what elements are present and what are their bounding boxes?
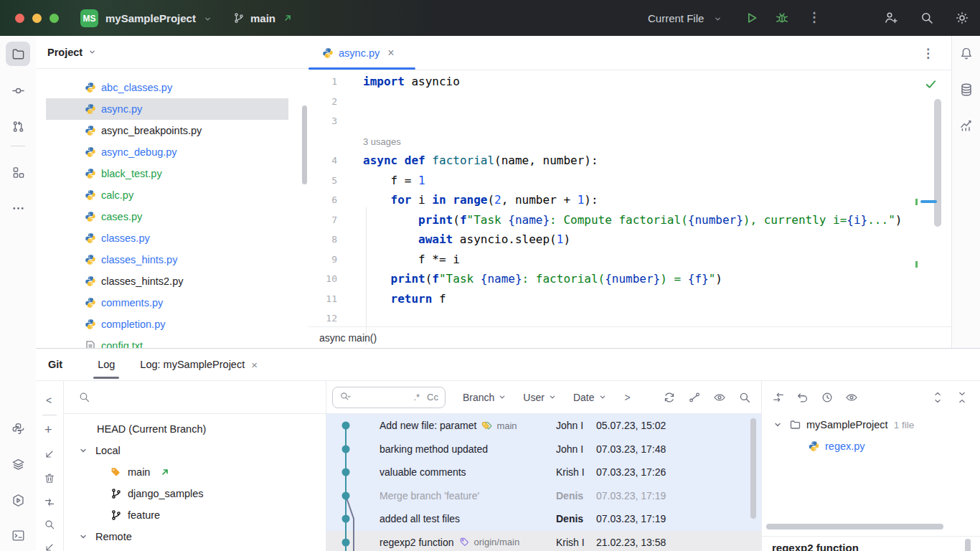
python-file-icon: [85, 319, 96, 330]
project-file-row[interactable]: async_debug.py: [36, 141, 308, 163]
chevron-down-icon[interactable]: [79, 533, 88, 540]
branch-row[interactable]: main: [63, 461, 326, 483]
commit-row[interactable]: barking method updated John I 07.03.23, …: [326, 438, 761, 461]
commit-row[interactable]: Add new file: paramet main John I 05.07.…: [326, 414, 761, 438]
inspections-ok-icon[interactable]: [924, 77, 938, 91]
collapse-all-icon[interactable]: [956, 391, 969, 404]
profiler-tool-button[interactable]: [959, 118, 974, 133]
project-file-tree[interactable]: abc_classes.py async.py async_breakpoint…: [36, 77, 308, 348]
user-filter[interactable]: User: [523, 392, 556, 403]
commit-row[interactable]: added all test files Denis 07.03.23, 17:…: [326, 507, 761, 531]
checkout-icon[interactable]: [44, 448, 55, 460]
project-name-widget[interactable]: mySampleProject: [105, 12, 196, 24]
project-file-row[interactable]: classes_hints.py: [36, 249, 308, 270]
branch-row[interactable]: HEAD (Current Branch): [63, 418, 326, 440]
graph-options-icon[interactable]: [688, 391, 701, 404]
project-scrollbar[interactable]: [302, 105, 307, 184]
collapse-panel-button[interactable]: <: [46, 395, 52, 406]
structure-tool-button[interactable]: [11, 166, 25, 179]
window-close-button[interactable]: [15, 14, 24, 23]
chevron-down-icon: [714, 16, 722, 22]
commit-row[interactable]: regexp2 function origin/main Krish I 21.…: [326, 531, 761, 551]
search-icon[interactable]: [44, 519, 55, 530]
editor-tab-async-py[interactable]: async.py ×: [308, 36, 405, 70]
window-zoom-button[interactable]: [50, 14, 59, 23]
compare-branches-icon[interactable]: [44, 496, 55, 508]
scroll-position-marker: [920, 200, 937, 203]
branch-row[interactable]: Remote: [63, 526, 326, 547]
log-search-field[interactable]: .* Cc: [332, 387, 446, 408]
search-everywhere-button[interactable]: [920, 11, 934, 25]
changed-file-row[interactable]: regex.py: [762, 435, 980, 457]
project-tool-button[interactable]: [6, 42, 30, 66]
commit-row[interactable]: Merge branch 'feature' Denis 07.03.23, 1…: [326, 484, 761, 508]
project-file-row[interactable]: cases.py: [36, 206, 308, 227]
branch-row[interactable]: feature: [63, 504, 326, 526]
commit-row[interactable]: valuable comments Krish I 07.03.23, 17:2…: [326, 461, 761, 484]
debug-button[interactable]: [775, 11, 789, 25]
code-with-me-button[interactable]: [884, 11, 898, 25]
history-icon[interactable]: [821, 391, 834, 404]
terminal-tool-button[interactable]: [11, 529, 25, 542]
expand-all-icon[interactable]: [931, 391, 944, 404]
branch-search-field[interactable]: [63, 381, 326, 414]
chevron-down-icon[interactable]: [79, 447, 88, 454]
details-vertical-scrollbar[interactable]: [965, 539, 971, 551]
project-panel-header[interactable]: Project: [36, 36, 308, 69]
project-file-row[interactable]: comments.py: [36, 292, 308, 314]
project-file-row[interactable]: completion.py: [36, 314, 308, 335]
commit-tool-button[interactable]: [11, 84, 25, 98]
refresh-icon[interactable]: [663, 391, 676, 404]
commit-list[interactable]: Add new file: paramet main John I 05.07.…: [326, 414, 761, 551]
more-filters-button[interactable]: >: [625, 392, 631, 403]
changed-files-root-row[interactable]: mySampleProject 1 file: [762, 414, 980, 435]
project-file-row[interactable]: async.py: [36, 98, 308, 120]
project-file-row[interactable]: abc_classes.py: [36, 77, 308, 98]
run-button[interactable]: [745, 11, 759, 25]
code-line: 1 import asyncio: [308, 72, 925, 92]
more-actions-button[interactable]: ⋮: [808, 9, 818, 25]
project-file-row[interactable]: config.txt: [36, 335, 308, 348]
services-tool-button[interactable]: [11, 494, 25, 507]
git-tab-log[interactable]: Log: [93, 349, 119, 381]
git-tab-log-project[interactable]: Log: mySampleProject ×: [137, 349, 260, 381]
project-file-row[interactable]: classes_hints2.py: [36, 270, 308, 292]
more-tools-button[interactable]: [11, 202, 25, 215]
branch-row[interactable]: Local: [63, 440, 326, 461]
project-avatar[interactable]: MS: [80, 9, 98, 27]
search-icon[interactable]: [738, 391, 751, 404]
eye-icon[interactable]: [713, 391, 726, 404]
python-packages-tool-button[interactable]: [11, 422, 25, 435]
new-branch-button[interactable]: +: [44, 424, 52, 435]
python-console-tool-button[interactable]: [11, 458, 25, 471]
project-file-row[interactable]: calc.py: [36, 184, 308, 206]
database-tool-button[interactable]: [959, 83, 974, 97]
rollback-icon[interactable]: [796, 391, 809, 404]
breadcrumb[interactable]: async main(): [319, 332, 377, 344]
settings-button[interactable]: [955, 11, 969, 25]
branch-row[interactable]: django_samples: [63, 483, 326, 504]
notifications-button[interactable]: [959, 47, 974, 61]
tab-close-icon[interactable]: ×: [251, 359, 258, 371]
regex-toggle[interactable]: .*: [413, 392, 420, 402]
project-file-row[interactable]: classes.py: [36, 227, 308, 249]
jump-to-source-icon[interactable]: [772, 391, 785, 404]
window-minimize-button[interactable]: [32, 14, 42, 23]
project-file-row[interactable]: async_breakpoints.py: [36, 120, 308, 141]
code-editor[interactable]: 1 import asyncio 2 3 3 usages 4 async de…: [308, 72, 925, 326]
eye-icon[interactable]: [845, 391, 858, 404]
pull-requests-tool-button[interactable]: [11, 120, 25, 133]
tab-close-icon[interactable]: ×: [387, 47, 394, 60]
editor-scrollbar[interactable]: [934, 99, 941, 227]
run-configuration-selector[interactable]: Current File: [648, 12, 704, 24]
details-horizontal-scrollbar[interactable]: [766, 524, 943, 529]
delete-branch-icon[interactable]: [44, 473, 55, 484]
branch-widget[interactable]: main: [250, 12, 275, 24]
tab-options-button[interactable]: ⋮: [922, 46, 934, 61]
fetch-icon[interactable]: [44, 542, 55, 551]
log-scrollbar[interactable]: [750, 418, 756, 519]
date-filter[interactable]: Date: [573, 392, 606, 403]
project-file-row[interactable]: black_test.py: [36, 163, 308, 184]
branch-filter[interactable]: Branch: [463, 392, 506, 403]
match-case-toggle[interactable]: Cc: [427, 392, 438, 402]
